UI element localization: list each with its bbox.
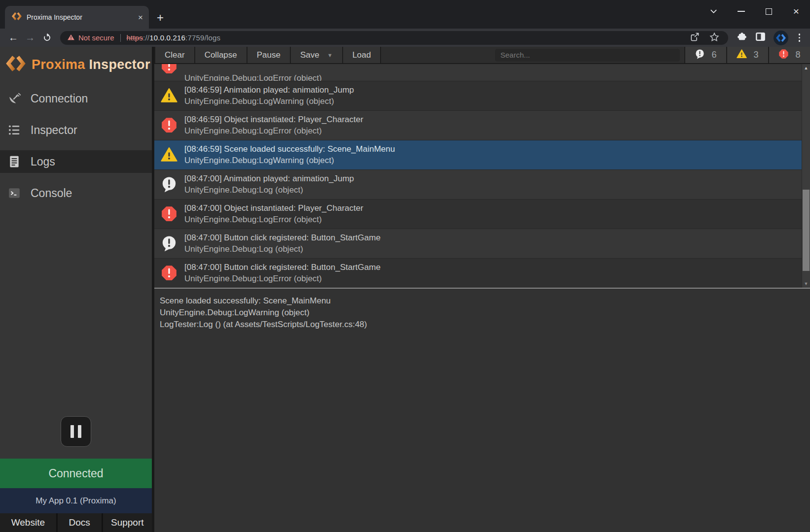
sidebar-item-console[interactable]: Console — [0, 182, 152, 204]
warning-icon — [161, 87, 177, 104]
pause-stream-button[interactable] — [61, 416, 91, 447]
sidebar-item-label: Console — [31, 187, 72, 200]
url-path: :7759/logs — [185, 33, 220, 42]
logs-page: Clear Collapse Pause Save▼ Load 6 3 8 Un… — [152, 47, 810, 532]
back-button[interactable]: ← — [5, 31, 22, 45]
sidebar-nav: Connection Inspector — [0, 87, 152, 213]
warning-icon — [161, 146, 177, 163]
share-icon[interactable] — [690, 32, 700, 43]
new-tab-button[interactable]: + — [157, 12, 164, 24]
log-message: [08:46:59] Scene loaded successfully: Sc… — [184, 143, 395, 155]
info-filter-button[interactable]: 6 — [684, 47, 726, 63]
not-secure-warning-icon — [67, 33, 75, 42]
search-input[interactable] — [495, 49, 680, 62]
load-button[interactable]: Load — [343, 47, 382, 63]
scrollbar-thumb[interactable] — [803, 190, 810, 271]
sidebar-item-label: Logs — [31, 155, 55, 168]
brand: Proxima Inspector — [0, 47, 152, 80]
log-row[interactable]: [08:46:59] Object instantiated: Player_C… — [154, 110, 802, 140]
window-controls: × — [700, 0, 810, 23]
info-icon — [161, 235, 177, 252]
collapse-button[interactable]: Collapse — [195, 47, 247, 63]
sidebar-footer: Website Docs Support — [0, 513, 152, 532]
tab-title: Proxima Inspector — [27, 13, 133, 21]
terminal-icon — [7, 187, 22, 200]
minimize-button[interactable] — [727, 0, 755, 23]
log-trace: UnityEngine.Debug:Log (object) — [184, 243, 381, 255]
browser-tab-strip: Proxima Inspector × + × — [0, 0, 810, 29]
scroll-up-icon[interactable]: ▲ — [802, 64, 810, 72]
sidebar-item-connection[interactable]: Connection — [0, 87, 152, 110]
log-scrollbar[interactable]: ▲ ▼ — [802, 64, 810, 288]
log-row[interactable]: [08:47:00] Object instantiated: Player_C… — [154, 199, 802, 229]
side-panel-icon[interactable] — [755, 31, 766, 44]
error-icon — [161, 117, 177, 133]
tab-close-icon[interactable]: × — [138, 13, 143, 22]
browser-toolbar: ← → Not secure https://10.0.0.216:7759/l… — [0, 29, 810, 47]
save-button[interactable]: Save▼ — [291, 47, 343, 63]
sidebar-item-logs[interactable]: Logs — [0, 150, 152, 173]
url-text[interactable]: https://10.0.0.216:7759/logs — [127, 33, 221, 42]
url-scheme-suffix: :// — [143, 33, 149, 42]
scroll-down-icon[interactable]: ▼ — [802, 280, 810, 288]
reload-icon[interactable] — [38, 31, 55, 45]
log-row[interactable]: [08:46:59] Animation played: animation_J… — [154, 81, 802, 110]
log-message: [08:47:00] Object instantiated: Player_C… — [184, 202, 363, 214]
log-row[interactable]: [08:47:00] Button click registered: Butt… — [154, 258, 802, 288]
log-row[interactable]: [08:47:00] Animation played: animation_J… — [154, 169, 802, 199]
app-info-banner: My App 0.1 (Proxima) — [0, 488, 152, 513]
log-trace: UnityEngine.Debug:LogError (object) — [184, 214, 363, 226]
log-message: [08:47:00] Button click registered: Butt… — [184, 262, 381, 273]
clear-button[interactable]: Clear — [154, 47, 195, 63]
log-trace: UnityEngine.Debug:Log (object) — [184, 184, 354, 196]
detail-line: UnityEngine.Debug:LogWarning (object) — [160, 307, 804, 319]
bookmark-star-icon[interactable] — [709, 32, 719, 43]
browser-tab[interactable]: Proxima Inspector × — [5, 6, 149, 29]
satellite-icon — [7, 92, 22, 105]
log-message: [08:47:00] Animation played: animation_J… — [184, 173, 354, 185]
sidebar-item-inspector[interactable]: Inspector — [0, 119, 152, 141]
log-message — [184, 64, 322, 72]
document-icon — [7, 155, 22, 168]
forward-button[interactable]: → — [22, 31, 38, 45]
log-list: UnityEngine.Debug:LogError (object)[08:4… — [154, 64, 802, 288]
error-count: 8 — [795, 50, 800, 60]
detail-line: Scene loaded successfully: Scene_MainMen… — [160, 295, 804, 307]
url-host: 10.0.0.216 — [149, 33, 185, 42]
error-icon — [161, 64, 177, 81]
maximize-button[interactable] — [755, 0, 782, 23]
brand-title: Proxima Inspector — [32, 57, 150, 72]
log-row[interactable]: [08:47:00] Button click registered: Butt… — [154, 229, 802, 258]
log-trace: UnityEngine.Debug:LogError (object) — [184, 125, 363, 137]
address-bar[interactable]: Not secure https://10.0.0.216:7759/logs — [60, 31, 728, 45]
error-icon — [778, 49, 789, 61]
log-message: [08:47:00] Button click registered: Butt… — [184, 232, 381, 244]
extensions-puzzle-icon[interactable] — [736, 31, 747, 44]
profile-avatar[interactable] — [774, 31, 788, 45]
tab-search-icon[interactable] — [700, 0, 727, 23]
warning-filter-button[interactable]: 3 — [726, 47, 768, 63]
log-trace: UnityEngine.Debug:LogWarning (object) — [184, 155, 395, 166]
error-filter-button[interactable]: 8 — [768, 47, 810, 63]
error-icon — [161, 205, 177, 222]
error-icon — [161, 265, 177, 281]
window-close-button[interactable]: × — [782, 0, 810, 23]
sidebar-item-label: Connection — [31, 92, 88, 105]
warning-count: 3 — [753, 50, 758, 60]
pause-button[interactable]: Pause — [247, 47, 291, 63]
log-trace: UnityEngine.Debug:LogError (object) — [184, 72, 322, 81]
website-link[interactable]: Website — [0, 513, 56, 532]
not-secure-label[interactable]: Not secure — [78, 33, 114, 42]
save-dropdown-icon[interactable]: ▼ — [327, 52, 333, 58]
log-row[interactable]: UnityEngine.Debug:LogError (object) — [154, 64, 802, 81]
log-row[interactable]: [08:46:59] Scene loaded successfully: Sc… — [154, 140, 802, 169]
detail-line: LogTester:Log () (at Assets/TestScripts/… — [160, 319, 804, 331]
address-divider — [120, 34, 121, 42]
support-link[interactable]: Support — [102, 513, 152, 532]
info-count: 6 — [711, 50, 716, 60]
proxima-logo-icon — [6, 54, 26, 75]
docs-link[interactable]: Docs — [56, 513, 102, 532]
sidebar-item-label: Inspector — [31, 124, 77, 137]
warning-icon — [737, 49, 747, 61]
browser-menu-icon[interactable] — [796, 33, 804, 42]
